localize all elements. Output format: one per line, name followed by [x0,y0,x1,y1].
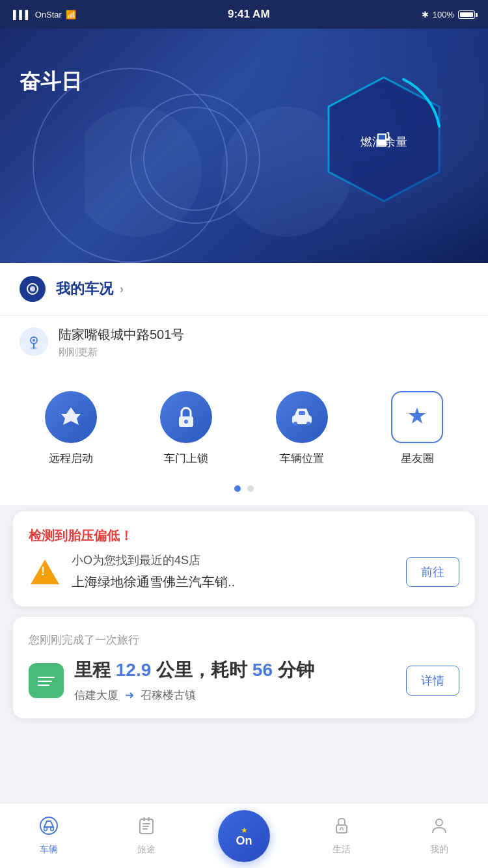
location-address: 陆家嘴银城中路501号 [59,326,468,344]
svg-point-35 [436,819,442,826]
status-bar: ▌▌▌ OnStar 📶 9:41 AM ✱ 100% [0,0,488,29]
nav-center[interactable]: ★ On [195,810,293,862]
journey-nav-icon [137,816,156,840]
location-bar: 陆家嘴银城中路501号 刚刚更新 [0,316,488,372]
action-star-circle[interactable]: 星友圈 [391,391,443,466]
door-lock-label: 车门上锁 [164,451,208,466]
nav-journey-label: 旅途 [137,844,156,856]
alert-body: 小O为您找到最近的4S店 上海绿地徐通雪佛兰汽车销.. 前往 [29,552,459,591]
battery-icon [458,10,475,19]
nav-life[interactable]: 生活 [293,816,390,856]
dot-1 [234,485,241,492]
svg-marker-14 [61,407,81,425]
car-silhouette [85,61,358,243]
onstar-star: ★ [241,826,248,835]
location-updated: 刚刚更新 [59,346,468,359]
action-vehicle-location[interactable]: 车辆位置 [276,391,328,466]
trip-stats: 里程 12.9 公里，耗时 56 分钟 信建大厦 ➜ 召稼楼古镇 [74,658,396,703]
action-remote-start[interactable]: 远程启动 [45,391,97,466]
onstar-label: On [236,835,252,847]
trip-to: 召稼楼古镇 [141,688,196,703]
trip-from: 信建大厦 [74,688,118,703]
remote-start-label: 远程启动 [49,451,93,466]
svg-point-26 [44,828,47,831]
trip-card: 您刚刚完成了一次旅行 里程 12.9 公里，耗时 56 分钟 信建大厦 [13,617,475,718]
goto-button[interactable]: 前往 [406,557,459,587]
svg-rect-23 [38,681,52,682]
trip-icon [29,663,64,698]
page-indicator [0,479,488,505]
svg-point-25 [40,817,57,834]
cards-section: 检测到胎压偏低！ 小O为您找到最近的4S店 上海绿地徐通雪佛兰汽车销.. 前往 … [0,505,488,725]
svg-rect-7 [386,138,390,140]
nav-vehicle-label: 车辆 [40,844,58,856]
alert-desc: 小O为您找到最近的4S店 [72,552,396,568]
svg-rect-19 [306,422,310,426]
bottom-nav: 车辆 旅途 ★ On 生活 [0,803,488,868]
life-nav-icon [332,816,351,840]
svg-rect-34 [336,825,347,833]
alert-card: 检测到胎压偏低！ 小O为您找到最近的4S店 上海绿地徐通雪佛兰汽车销.. 前往 [13,511,475,606]
svg-rect-20 [299,411,305,415]
star-circle-label: 星友圈 [401,451,434,466]
trip-distance: 里程 12.9 公里，耗时 56 分钟 [74,658,396,683]
action-door-lock[interactable]: 车门上锁 [160,391,212,466]
car-status-label: 我的车况 › [56,279,468,299]
car-status-chevron: › [120,282,124,296]
svg-point-12 [33,339,35,342]
door-lock-icon-wrap [160,391,212,443]
svg-point-13 [31,347,37,349]
location-text: 陆家嘴银城中路501号 刚刚更新 [59,326,468,359]
vehicle-location-icon-wrap [276,391,328,443]
warning-triangle [31,560,59,584]
fuel-content: 燃油余量 [360,129,407,150]
svg-rect-32 [143,817,145,821]
status-left: ▌▌▌ OnStar 📶 [13,10,76,20]
wifi-icon: 📶 [66,10,76,20]
nav-mine-label: 我的 [430,844,448,856]
svg-rect-22 [38,677,55,678]
detail-button[interactable]: 详情 [406,666,459,696]
svg-rect-29 [142,823,150,824]
status-right: ✱ 100% [422,10,475,20]
alert-title: 检测到胎压偏低！ [29,527,459,545]
svg-point-10 [30,286,35,292]
trip-route: 信建大厦 ➜ 召稼楼古镇 [74,688,396,703]
svg-rect-18 [293,422,297,426]
trip-body: 里程 12.9 公里，耗时 56 分钟 信建大厦 ➜ 召稼楼古镇 详情 [29,658,459,703]
svg-point-1 [85,107,202,237]
dot-2 [247,485,254,492]
trip-distance-num: 12.9 [116,660,152,680]
remote-start-icon-wrap [45,391,97,443]
warning-icon [29,556,61,588]
nav-mine[interactable]: 我的 [390,816,488,856]
svg-point-16 [184,420,188,424]
trip-duration-unit: 分钟 [278,660,314,680]
battery-percent: 100% [433,10,454,20]
alert-detail: 小O为您找到最近的4S店 上海绿地徐通雪佛兰汽车销.. [72,552,396,591]
onstar-center-button[interactable]: ★ On [218,810,270,862]
vehicle-location-label: 车辆位置 [280,451,324,466]
location-icon [20,327,48,356]
carrier-name: OnStar [35,10,62,20]
actions-grid: 远程启动 车门上锁 车辆位置 [13,391,475,466]
mine-nav-icon [429,816,449,840]
nav-journey[interactable]: 旅途 [98,816,195,856]
bluetooth-icon: ✱ [422,10,429,20]
vehicle-nav-icon [39,816,59,840]
car-status-section[interactable]: 我的车况 › [0,263,488,316]
svg-rect-4 [379,135,385,139]
trip-distance-unit: 公里，耗时 [156,660,247,680]
trip-header: 您刚刚完成了一次旅行 [29,632,459,647]
alert-shop: 上海绿地徐通雪佛兰汽车销.. [72,573,396,591]
signal-icon: ▌▌▌ [13,10,31,20]
nav-vehicle[interactable]: 车辆 [0,816,98,856]
svg-point-27 [51,828,54,831]
svg-marker-21 [409,407,426,424]
trip-duration-num: 56 [252,660,273,680]
route-arrow-icon: ➜ [125,688,134,702]
fuel-widget[interactable]: 燃油余量 [319,68,449,211]
star-circle-icon-wrap [391,391,443,443]
svg-rect-33 [148,817,150,821]
svg-rect-8 [377,145,386,147]
